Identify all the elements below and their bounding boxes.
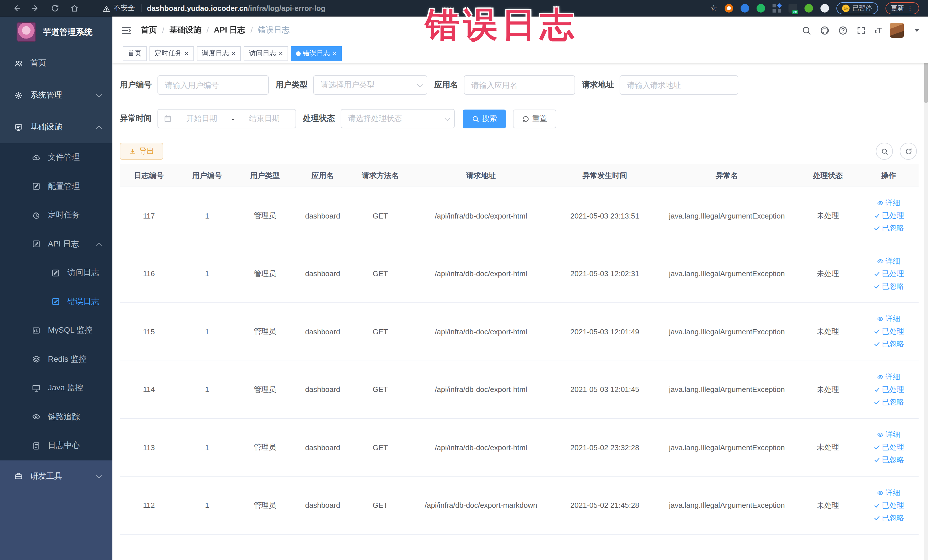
home-icon[interactable]: [69, 2, 80, 14]
forward-icon[interactable]: [30, 2, 41, 14]
tag-首页[interactable]: 首页: [123, 46, 147, 61]
ignored-link[interactable]: 已忽略: [873, 397, 904, 407]
check-icon: [873, 502, 880, 509]
close-icon[interactable]: ×: [184, 50, 189, 57]
tag-label: 首页: [128, 49, 142, 58]
close-icon[interactable]: ×: [278, 50, 283, 57]
table-cell: 未处理: [797, 303, 859, 360]
request-url-input[interactable]: [620, 75, 738, 95]
github-icon[interactable]: [820, 25, 829, 35]
sidebar-item-api-log[interactable]: API 日志: [0, 230, 112, 258]
app-logo-row[interactable]: 芋道管理系统: [0, 17, 112, 47]
sidebar-item-access-log[interactable]: 访问日志: [0, 258, 112, 287]
user-avatar[interactable]: [890, 23, 904, 38]
address-bar[interactable]: 不安全 dashboard.yudao.iocoder.cn/infra/log…: [103, 3, 325, 13]
orange-ring-extension-icon[interactable]: [725, 4, 733, 12]
tag-错误日志[interactable]: 错误日志×: [291, 46, 342, 61]
sidebar-item-job[interactable]: 定时任务: [0, 201, 112, 230]
sidebar-item-file[interactable]: 文件管理: [0, 143, 112, 172]
bookmark-star-icon[interactable]: ☆: [710, 4, 717, 12]
sidebar-item-config[interactable]: 配置管理: [0, 172, 112, 201]
sidebar-item-trace[interactable]: 链路追踪: [0, 403, 112, 431]
screenshot-root: 不安全 dashboard.yudao.iocoder.cn/infra/log…: [0, 0, 928, 560]
detail-link[interactable]: 详细: [877, 256, 901, 267]
export-button[interactable]: 导出: [120, 143, 163, 160]
breadcrumb-home[interactable]: 首页: [141, 25, 157, 35]
eye-icon: [877, 200, 884, 207]
green-circle-extension-icon[interactable]: [757, 4, 765, 12]
blue-shield-extension-icon[interactable]: [740, 4, 749, 12]
sidebar-item-mysql[interactable]: MySQL 监控: [0, 316, 112, 345]
reload-icon[interactable]: [49, 2, 61, 14]
detail-link[interactable]: 详细: [877, 198, 901, 209]
processed-link[interactable]: 已处理: [873, 385, 904, 395]
sidebar-item-log-center[interactable]: 日志中心: [0, 431, 112, 460]
help-icon[interactable]: [838, 25, 847, 35]
chevron-down-icon: [417, 81, 423, 87]
grid-extension-icon[interactable]: [772, 4, 781, 12]
detail-link[interactable]: 详细: [877, 430, 901, 440]
ignored-link[interactable]: 已忽略: [873, 455, 904, 465]
proxy-on-extension-icon[interactable]: [789, 4, 797, 12]
detail-link[interactable]: 详细: [877, 372, 901, 382]
ignored-link[interactable]: 已忽略: [873, 339, 904, 349]
header-search-icon[interactable]: [801, 25, 811, 35]
edit-icon: [32, 240, 41, 249]
user-id-input[interactable]: [157, 75, 269, 95]
close-icon[interactable]: ×: [231, 50, 236, 57]
timer-icon: [32, 211, 41, 220]
fullscreen-icon[interactable]: [856, 25, 866, 35]
eye-icon: [877, 374, 884, 381]
tag-访问日志[interactable]: 访问日志×: [244, 46, 288, 61]
check-icon: [873, 457, 880, 464]
processed-link[interactable]: 已处理: [873, 211, 904, 221]
sidebar-item-system[interactable]: 系统管理: [0, 79, 112, 111]
close-icon[interactable]: ×: [333, 50, 337, 57]
refresh-button[interactable]: [900, 143, 917, 160]
detail-link[interactable]: 详细: [877, 488, 901, 498]
green-leaf-extension-icon[interactable]: [804, 4, 813, 12]
table-cell: 管理员: [236, 303, 294, 360]
sidebar-item-redis[interactable]: Redis 监控: [0, 345, 112, 374]
chevron-down-icon: [96, 472, 102, 478]
hamburger-icon[interactable]: [121, 25, 132, 36]
processed-link[interactable]: 已处理: [873, 443, 904, 453]
detail-link[interactable]: 详细: [877, 314, 901, 324]
sidebar-item-label: Java 监控: [48, 383, 83, 394]
processed-link[interactable]: 已处理: [873, 327, 904, 337]
kebab-menu-icon[interactable]: ⋮: [907, 5, 913, 11]
sidebar-item-home[interactable]: 首页: [0, 47, 112, 79]
search-toggle-button[interactable]: [876, 143, 893, 160]
breadcrumb-api-log[interactable]: API 日志: [214, 25, 245, 35]
page-scrollbar[interactable]: [923, 17, 928, 560]
tab-paused-badge[interactable]: ☺ 已暂停: [836, 2, 878, 14]
sidebar-item-error-log[interactable]: 错误日志: [0, 287, 112, 316]
tag-定时任务[interactable]: 定时任务×: [150, 46, 194, 61]
ignored-link[interactable]: 已忽略: [873, 281, 904, 291]
exception-time-range-picker[interactable]: 开始日期 - 结束日期: [157, 109, 296, 128]
column-header: 请求方法名: [351, 164, 409, 187]
breadcrumb-infra[interactable]: 基础设施: [169, 25, 201, 35]
reset-button[interactable]: 重置: [513, 109, 556, 128]
processed-link[interactable]: 已处理: [873, 269, 904, 279]
sidebar-item-dev-tools[interactable]: 研发工具: [0, 460, 112, 492]
text-size-icon[interactable]: ₜT: [875, 26, 881, 35]
process-status-select[interactable]: 请选择处理状态: [340, 109, 455, 128]
ignored-link[interactable]: 已忽略: [873, 223, 904, 233]
processed-link[interactable]: 已处理: [873, 500, 904, 511]
sidebar-item-java[interactable]: Java 监控: [0, 374, 112, 403]
update-button[interactable]: 更新 ⋮: [885, 2, 919, 14]
user-type-select[interactable]: 请选择用户类型: [313, 75, 427, 95]
action-label: 详细: [885, 314, 901, 324]
paw-extension-icon[interactable]: [820, 4, 829, 12]
chevron-down-icon[interactable]: [914, 29, 919, 32]
app-name-input[interactable]: [464, 75, 575, 95]
search-button[interactable]: 搜索: [463, 109, 506, 128]
table-cell: /api/infra/db-doc/export-html: [409, 303, 553, 360]
ignored-link[interactable]: 已忽略: [873, 513, 904, 523]
action-label: 已忽略: [882, 223, 904, 233]
tag-调度日志[interactable]: 调度日志×: [197, 46, 241, 61]
table-row: 1151管理员dashboardGET/api/infra/db-doc/exp…: [120, 303, 919, 360]
back-icon[interactable]: [10, 2, 22, 14]
sidebar-item-infra[interactable]: 基础设施: [0, 111, 112, 143]
